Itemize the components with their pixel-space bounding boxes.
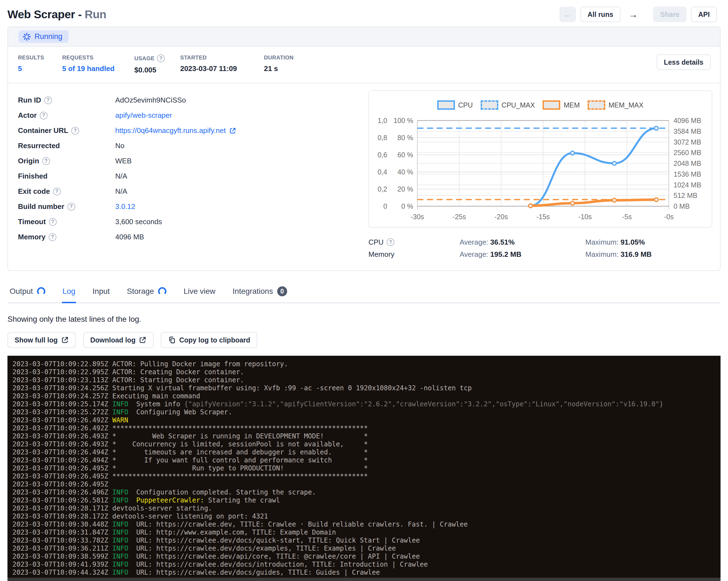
help-icon[interactable]: ? — [157, 54, 165, 62]
usage-maximum: Maximum: 91.05% — [586, 238, 712, 246]
svg-text:60 %: 60 % — [397, 151, 413, 159]
download-log-button[interactable]: Download log — [83, 332, 154, 348]
detail-label-text: Container URL — [18, 126, 68, 135]
button-label: Download log — [90, 336, 136, 344]
detail-label-text: Run ID — [18, 96, 41, 104]
log-segment: URL: https://crawlee.dev/docs/guides, TI… — [128, 569, 380, 576]
tab-label: Output — [10, 287, 33, 296]
log-segment: {"apifyVersion":"3.1.2","apifyClientVers… — [184, 400, 663, 408]
detail-value: WEB — [115, 157, 132, 165]
detail-row: Build number?3.0.12 — [18, 199, 361, 214]
help-icon[interactable]: ? — [387, 238, 394, 246]
detail-value[interactable]: apify/web-scraper — [115, 111, 172, 120]
usage-row-memory: MemoryAverage: 195.2 MBMaximum: 316.9 MB — [368, 248, 712, 260]
legend-swatch — [480, 100, 498, 110]
log-segment: INFO — [112, 400, 128, 408]
stat-value[interactable]: 5 of 19 handled — [62, 64, 134, 73]
usage-label-text: CPU — [368, 238, 384, 246]
detail-label-text: Build number — [18, 202, 64, 211]
tab-label: Integrations — [232, 287, 273, 296]
usage-maximum-prefix: Maximum: — [586, 238, 621, 246]
usage-maximum-value: 316.9 MB — [621, 250, 652, 259]
detail-label: Container URL? — [18, 126, 115, 135]
tab-input[interactable]: Input — [92, 283, 110, 303]
tab-label: Live view — [184, 287, 215, 296]
detail-value[interactable]: 3.0.12 — [115, 202, 135, 211]
legend-item-cpu_max[interactable]: CPU_MAX — [480, 100, 535, 110]
spinner-icon — [23, 33, 31, 41]
log-segment: Starting the crawl — [204, 496, 280, 504]
topbar: Web Scraper - Run ← All runs → Share API — [0, 0, 728, 22]
legend-item-mem[interactable]: MEM — [543, 100, 579, 110]
log-segment: 2023-03-07T10:09:26.493Z * Concurrency i… — [12, 440, 368, 448]
legend-item-mem_max[interactable]: MEM_MAX — [588, 100, 644, 110]
tab-label: Log — [62, 287, 75, 296]
show-full-log-button[interactable]: Show full log — [7, 332, 76, 348]
detail-label: Build number? — [18, 202, 115, 211]
stat-usage: USAGE?$0.005 — [134, 54, 180, 74]
next-run-button[interactable]: → — [625, 7, 642, 22]
log-segment: INFO — [112, 521, 128, 528]
cpu-line — [531, 128, 656, 206]
help-icon[interactable]: ? — [42, 157, 50, 165]
stat-label-text: DURATION — [264, 54, 293, 61]
detail-value[interactable]: https://0q64wnacgyft.runs.apify.net — [115, 126, 236, 135]
svg-text:1,0: 1,0 — [378, 117, 387, 124]
detail-value-text: N/A — [115, 172, 127, 181]
stat-value: $0.005 — [134, 66, 180, 74]
svg-text:0: 0 — [383, 202, 387, 210]
help-icon[interactable]: ? — [49, 218, 57, 226]
detail-row: Origin?WEB — [18, 153, 361, 168]
log-segment: 2023-03-07T10:09:25.272Z — [12, 408, 112, 416]
loading-spinner-icon — [158, 287, 166, 295]
svg-text:0,6: 0,6 — [378, 151, 387, 159]
external-link-icon — [61, 336, 69, 344]
stat-duration: DURATION21 s — [264, 54, 347, 73]
log-notice: Showing only the latest lines of the log… — [7, 315, 721, 324]
tab-storage[interactable]: Storage — [126, 283, 167, 303]
tab-integrations[interactable]: Integrations0 — [232, 283, 287, 303]
log-segment: 2023-03-07T10:09:22.895Z ACTOR: Pulling … — [12, 360, 288, 368]
usage-average: Average: 195.2 MB — [460, 250, 586, 259]
usage-maximum-prefix: Maximum: — [586, 250, 621, 259]
svg-text:0,8: 0,8 — [378, 134, 387, 141]
log-segment: 2023-03-07T10:09:30.448Z — [12, 521, 112, 528]
log-segment: 2023-03-07T10:09:23.113Z ACTOR: Starting… — [12, 376, 244, 384]
help-icon[interactable]: ? — [68, 203, 75, 211]
tab-output[interactable]: Output — [9, 283, 46, 303]
legend-swatch — [543, 100, 560, 110]
detail-row: ResurrectedNo — [18, 138, 361, 153]
log-segment: 2023-03-07T10:09:44.324Z — [12, 569, 112, 576]
help-icon[interactable]: ? — [49, 233, 56, 241]
stat-label: STARTED — [180, 54, 264, 61]
log-segment: URL: https://crawlee.dev/docs/examples, … — [128, 545, 396, 552]
all-runs-button[interactable]: All runs — [580, 7, 621, 22]
stat-label: RESULTS — [18, 54, 62, 61]
help-icon[interactable]: ? — [53, 188, 61, 195]
previous-run-button[interactable]: ← — [560, 7, 576, 22]
help-icon[interactable]: ? — [71, 127, 79, 135]
help-icon[interactable]: ? — [40, 112, 48, 120]
log-segment: URL: https://crawlee.dev/api/core, TITLE… — [128, 553, 420, 560]
stat-value[interactable]: 5 — [18, 64, 62, 73]
detail-label: Origin? — [18, 157, 115, 165]
log-horizontal-scrollbar[interactable] — [7, 578, 721, 581]
mem-point — [529, 204, 532, 208]
help-icon[interactable]: ? — [44, 97, 52, 104]
cpu-point — [613, 161, 616, 165]
api-button[interactable]: API — [691, 7, 717, 22]
tab-live-view[interactable]: Live view — [183, 283, 216, 303]
legend-swatch — [588, 100, 605, 110]
share-button[interactable]: Share — [653, 7, 686, 22]
less-details-button[interactable]: Less details — [657, 54, 710, 70]
button-label: Copy log to clipboard — [179, 336, 250, 344]
svg-text:512 MB: 512 MB — [674, 191, 697, 199]
detail-value-text: apify/web-scraper — [115, 111, 172, 120]
usage-average-prefix: Average: — [460, 238, 490, 246]
log-segment: PuppeteerCrawler: — [136, 496, 204, 504]
copy-log-to-clipboard-button[interactable]: Copy log to clipboard — [161, 332, 257, 348]
detail-value: 3,600 seconds — [115, 217, 162, 226]
tab-log[interactable]: Log — [62, 283, 76, 303]
legend-item-cpu[interactable]: CPU — [437, 100, 473, 110]
detail-value-text: AdOz5evimh9NCiSSo — [115, 96, 186, 104]
